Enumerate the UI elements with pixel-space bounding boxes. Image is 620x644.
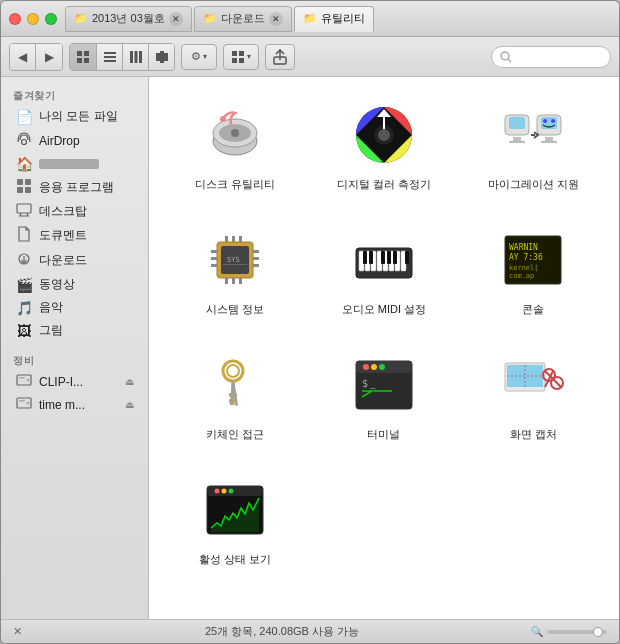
svg-line-111	[545, 371, 561, 387]
icon-cell-system-info[interactable]: SYS 시스템 정보	[165, 218, 304, 323]
icon-cell-console[interactable]: WARNIN AY 7:36 kernel[ com.ap 콘솔	[464, 218, 603, 323]
svg-rect-6	[104, 60, 116, 62]
svg-rect-66	[239, 236, 242, 242]
svg-rect-60	[211, 264, 217, 267]
devices-header: 정비	[1, 350, 148, 370]
music-icon: 🎵	[15, 300, 33, 316]
forward-button[interactable]: ▶	[36, 44, 62, 70]
view-cover-button[interactable]	[148, 44, 174, 70]
svg-point-54	[543, 119, 547, 123]
svg-text:AY 7:36: AY 7:36	[509, 253, 543, 262]
close-button[interactable]	[9, 13, 21, 25]
svg-rect-16	[239, 58, 244, 63]
icon-cell-keychain[interactable]: 키체인 접근	[165, 343, 304, 448]
search-box[interactable]	[491, 46, 611, 68]
icon-cell-audio-midi[interactable]: 오디오 MIDI 설정	[314, 218, 453, 323]
search-input[interactable]	[515, 51, 605, 63]
tab-close-button[interactable]: ✕	[269, 12, 283, 26]
svg-point-20	[22, 140, 27, 145]
audio-midi-icon	[348, 224, 420, 296]
svg-rect-21	[17, 179, 23, 185]
icon-cell-activity[interactable]: 활성 상태 보기	[165, 468, 304, 573]
sidebar-item-downloads[interactable]: 다운로드	[5, 248, 144, 273]
icon-cell-terminal[interactable]: $ _ 터미널	[314, 343, 453, 448]
svg-rect-24	[25, 187, 31, 193]
svg-rect-15	[232, 58, 237, 63]
svg-point-119	[228, 489, 233, 494]
svg-rect-62	[253, 257, 259, 260]
status-text: 25개 항목, 240.08GB 사용 가능	[41, 624, 523, 639]
eject-icon[interactable]: ⏏	[125, 399, 134, 410]
view-list-button[interactable]	[96, 44, 122, 70]
finder-window: 📁 2013년 03월호 ✕ 📁 다운로드 ✕ 📁 유틸리티 ◀ ▶	[0, 0, 620, 644]
svg-rect-58	[211, 250, 217, 253]
svg-rect-10	[156, 53, 160, 61]
sidebar-item-home[interactable]: 🏠	[5, 153, 144, 175]
share-button[interactable]	[265, 44, 295, 70]
tab-download[interactable]: 📁 다운로드 ✕	[194, 6, 292, 32]
gear-icon: ⚙	[191, 50, 201, 63]
system-info-icon: SYS	[199, 224, 271, 296]
svg-line-97	[223, 381, 240, 405]
tab-utility[interactable]: 📁 유틸리티	[294, 6, 374, 32]
sidebar-item-desktop[interactable]: 데스크탑	[5, 200, 144, 223]
icon-cell-screenshot[interactable]: 화면 캡처	[464, 343, 603, 448]
svg-rect-22	[25, 179, 31, 185]
zoom-slider[interactable]: 🔍	[531, 626, 607, 637]
svg-rect-67	[225, 278, 228, 284]
sidebar-item-movies[interactable]: 🎬 동영상	[5, 273, 144, 296]
tab-2013[interactable]: 📁 2013년 03월호 ✕	[65, 6, 192, 32]
sidebar-item-music[interactable]: 🎵 음악	[5, 296, 144, 319]
sidebar-item-clip[interactable]: CLIP-I... ⏏	[5, 370, 144, 393]
svg-rect-13	[232, 51, 237, 56]
icon-cell-digital-color[interactable]: 디지털 컬러 측정기	[314, 93, 453, 198]
slider-thumb[interactable]	[593, 627, 603, 637]
svg-rect-85	[393, 251, 397, 264]
back-button[interactable]: ◀	[10, 44, 36, 70]
minimize-button[interactable]	[27, 13, 39, 25]
drive-icon	[15, 373, 33, 390]
icon-cell-migration[interactable]: 마이그레이션 지원	[464, 93, 603, 198]
status-close-icon[interactable]: ✕	[13, 625, 33, 638]
svg-text:WARNIN: WARNIN	[509, 243, 538, 252]
svg-rect-7	[130, 51, 133, 63]
svg-text:_: _	[370, 379, 376, 389]
svg-rect-3	[84, 58, 89, 63]
chevron-down-icon: ▾	[247, 52, 251, 61]
movies-icon: 🎬	[15, 277, 33, 293]
all-files-icon: 📄	[15, 109, 33, 125]
keychain-label: 키체인 접근	[206, 427, 264, 442]
sidebar-item-airdrop[interactable]: AirDrop	[5, 128, 144, 153]
main-area: 즐겨찾기 📄 나의 모든 파일 AirDrop 🏠 응용 프로그램	[1, 77, 619, 619]
view-icon-button[interactable]	[70, 44, 96, 70]
desktop-icon	[15, 203, 33, 220]
action-button[interactable]: ⚙ ▾	[181, 44, 217, 70]
svg-rect-5	[104, 56, 116, 58]
view-column-button[interactable]	[122, 44, 148, 70]
icon-cell-disk-utility[interactable]: 디스크 유틸리티	[165, 93, 304, 198]
sidebar-item-all-files[interactable]: 📄 나의 모든 파일	[5, 105, 144, 128]
migration-label: 마이그레이션 지원	[488, 177, 579, 192]
activity-icon	[199, 474, 271, 546]
svg-rect-2	[77, 58, 82, 63]
title-bar: 📁 2013년 03월호 ✕ 📁 다운로드 ✕ 📁 유틸리티	[1, 1, 619, 37]
sidebar-item-time[interactable]: time m... ⏏	[5, 393, 144, 416]
sidebar-item-documents[interactable]: 도큐멘트	[5, 223, 144, 248]
svg-rect-0	[77, 51, 82, 56]
tab-close-button[interactable]: ✕	[169, 12, 183, 26]
airdrop-icon	[15, 131, 33, 150]
svg-point-55	[551, 119, 555, 123]
svg-point-41	[220, 116, 226, 122]
maximize-button[interactable]	[45, 13, 57, 25]
sidebar-item-pictures[interactable]: 🖼 그림	[5, 319, 144, 342]
eject-icon[interactable]: ⏏	[125, 376, 134, 387]
sidebar-item-apps[interactable]: 응용 프로그램	[5, 175, 144, 200]
slider-track[interactable]	[547, 630, 607, 634]
svg-rect-4	[104, 52, 116, 54]
svg-point-33	[27, 379, 30, 382]
screenshot-icon	[497, 349, 569, 421]
svg-rect-23	[17, 187, 23, 193]
arrange-button[interactable]: ▾	[223, 44, 259, 70]
tab-folder-icon: 📁	[303, 12, 317, 25]
migration-icon	[497, 99, 569, 171]
